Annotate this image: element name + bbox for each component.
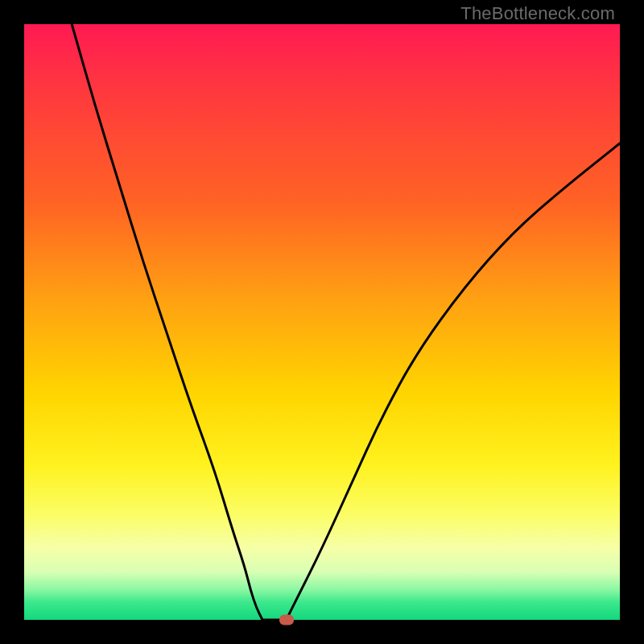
watermark-text: TheBottleneck.com bbox=[460, 3, 615, 24]
bottleneck-curve bbox=[24, 24, 620, 620]
chart-frame: TheBottleneck.com bbox=[0, 0, 644, 644]
plot-area bbox=[24, 24, 620, 620]
min-marker bbox=[279, 615, 294, 625]
